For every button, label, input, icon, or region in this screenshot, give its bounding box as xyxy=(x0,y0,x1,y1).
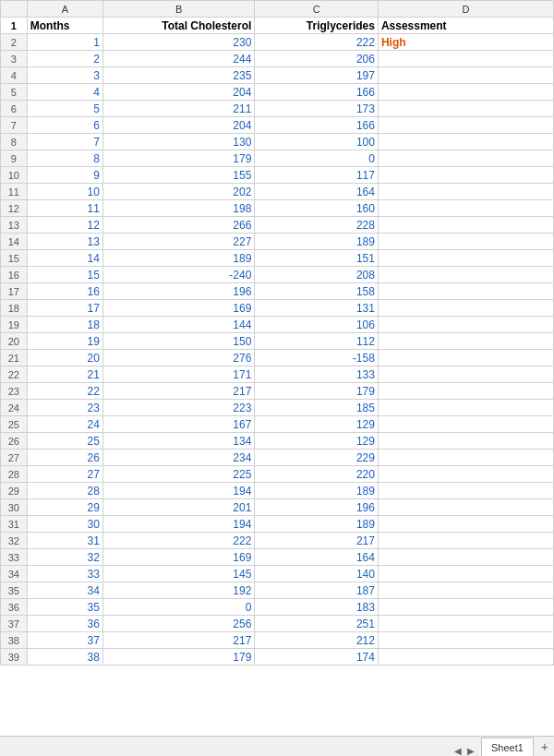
cell-b8[interactable]: 130 xyxy=(102,134,254,150)
cell-d33[interactable] xyxy=(378,549,553,566)
cell-c33[interactable]: 164 xyxy=(255,549,379,566)
cell-a19[interactable]: 18 xyxy=(27,317,102,333)
cell-b7[interactable]: 204 xyxy=(102,117,254,134)
cell-c8[interactable]: 100 xyxy=(255,134,379,150)
cell-c36[interactable]: 183 xyxy=(255,599,379,616)
cell-a6[interactable]: 5 xyxy=(27,101,102,117)
cell-a7[interactable]: 6 xyxy=(27,117,102,134)
cell-d2[interactable]: High xyxy=(378,34,553,51)
cell-c9[interactable]: 0 xyxy=(255,150,379,167)
cell-b1[interactable]: Total Cholesterol xyxy=(102,18,254,34)
cell-a20[interactable]: 19 xyxy=(27,333,102,350)
cell-a11[interactable]: 10 xyxy=(27,184,102,200)
cell-a2[interactable]: 1 xyxy=(27,34,102,51)
cell-a1[interactable]: Months xyxy=(27,18,102,34)
cell-c6[interactable]: 173 xyxy=(255,101,379,117)
cell-b17[interactable]: 196 xyxy=(102,283,254,300)
col-header-c[interactable]: C xyxy=(255,1,379,18)
cell-c2[interactable]: 222 xyxy=(255,34,379,51)
cell-b16[interactable]: -240 xyxy=(102,267,254,283)
cell-c15[interactable]: 151 xyxy=(255,250,379,267)
cell-d17[interactable] xyxy=(378,283,553,300)
sheet-tab-sheet1[interactable]: Sheet1 xyxy=(481,738,534,756)
cell-d36[interactable] xyxy=(378,599,553,616)
cell-c18[interactable]: 131 xyxy=(255,300,379,317)
cell-c35[interactable]: 187 xyxy=(255,582,379,599)
cell-d25[interactable] xyxy=(378,416,553,433)
cell-c3[interactable]: 206 xyxy=(255,51,379,67)
cell-c22[interactable]: 133 xyxy=(255,366,379,383)
scroll-left-icon[interactable]: ◀ xyxy=(452,746,464,756)
cell-d12[interactable] xyxy=(378,200,553,217)
cell-d31[interactable] xyxy=(378,516,553,533)
cell-d23[interactable] xyxy=(378,383,553,400)
cell-c4[interactable]: 197 xyxy=(255,67,379,84)
cell-a37[interactable]: 36 xyxy=(27,616,102,632)
cell-c20[interactable]: 112 xyxy=(255,333,379,350)
cell-c1[interactable]: Triglycerides xyxy=(255,18,379,34)
cell-d16[interactable] xyxy=(378,267,553,283)
cell-b23[interactable]: 217 xyxy=(102,383,254,400)
cell-d39[interactable] xyxy=(378,649,553,666)
cell-c12[interactable]: 160 xyxy=(255,200,379,217)
col-header-d[interactable]: D xyxy=(378,1,553,18)
cell-d38[interactable] xyxy=(378,632,553,649)
cell-a8[interactable]: 7 xyxy=(27,134,102,150)
cell-c28[interactable]: 220 xyxy=(255,466,379,483)
col-header-b[interactable]: B xyxy=(102,1,254,18)
cell-c38[interactable]: 212 xyxy=(255,632,379,649)
cell-b33[interactable]: 169 xyxy=(102,549,254,566)
cell-a31[interactable]: 30 xyxy=(27,516,102,533)
add-sheet-button[interactable]: + xyxy=(536,738,554,756)
cell-d5[interactable] xyxy=(378,84,553,101)
cell-d37[interactable] xyxy=(378,616,553,632)
col-header-a[interactable]: A xyxy=(27,1,102,18)
cell-b19[interactable]: 144 xyxy=(102,317,254,333)
cell-d29[interactable] xyxy=(378,483,553,499)
cell-b34[interactable]: 145 xyxy=(102,566,254,582)
cell-b32[interactable]: 222 xyxy=(102,533,254,549)
cell-b30[interactable]: 201 xyxy=(102,499,254,516)
cell-b12[interactable]: 198 xyxy=(102,200,254,217)
cell-a33[interactable]: 32 xyxy=(27,549,102,566)
cell-a39[interactable]: 38 xyxy=(27,649,102,666)
cell-a17[interactable]: 16 xyxy=(27,283,102,300)
cell-d26[interactable] xyxy=(378,433,553,450)
cell-c11[interactable]: 164 xyxy=(255,184,379,200)
cell-a36[interactable]: 35 xyxy=(27,599,102,616)
cell-d21[interactable] xyxy=(378,350,553,366)
cell-a18[interactable]: 17 xyxy=(27,300,102,317)
cell-b29[interactable]: 194 xyxy=(102,483,254,499)
cell-d28[interactable] xyxy=(378,466,553,483)
cell-c39[interactable]: 174 xyxy=(255,649,379,666)
cell-a10[interactable]: 9 xyxy=(27,167,102,184)
cell-b5[interactable]: 204 xyxy=(102,84,254,101)
cell-c19[interactable]: 106 xyxy=(255,317,379,333)
cell-b18[interactable]: 169 xyxy=(102,300,254,317)
cell-b28[interactable]: 225 xyxy=(102,466,254,483)
cell-c34[interactable]: 140 xyxy=(255,566,379,582)
cell-a25[interactable]: 24 xyxy=(27,416,102,433)
cell-d6[interactable] xyxy=(378,101,553,117)
cell-d4[interactable] xyxy=(378,67,553,84)
cell-b9[interactable]: 179 xyxy=(102,150,254,167)
cell-b24[interactable]: 223 xyxy=(102,400,254,416)
cell-d10[interactable] xyxy=(378,167,553,184)
cell-b22[interactable]: 171 xyxy=(102,366,254,383)
cell-a9[interactable]: 8 xyxy=(27,150,102,167)
cell-c13[interactable]: 228 xyxy=(255,217,379,234)
cell-a3[interactable]: 2 xyxy=(27,51,102,67)
cell-a16[interactable]: 15 xyxy=(27,267,102,283)
cell-c10[interactable]: 117 xyxy=(255,167,379,184)
cell-b25[interactable]: 167 xyxy=(102,416,254,433)
cell-a27[interactable]: 26 xyxy=(27,450,102,466)
cell-d11[interactable] xyxy=(378,184,553,200)
cell-a12[interactable]: 11 xyxy=(27,200,102,217)
cell-c29[interactable]: 189 xyxy=(255,483,379,499)
cell-b21[interactable]: 276 xyxy=(102,350,254,366)
cell-b11[interactable]: 202 xyxy=(102,184,254,200)
cell-a29[interactable]: 28 xyxy=(27,483,102,499)
cell-c23[interactable]: 179 xyxy=(255,383,379,400)
cell-b3[interactable]: 244 xyxy=(102,51,254,67)
cell-d18[interactable] xyxy=(378,300,553,317)
